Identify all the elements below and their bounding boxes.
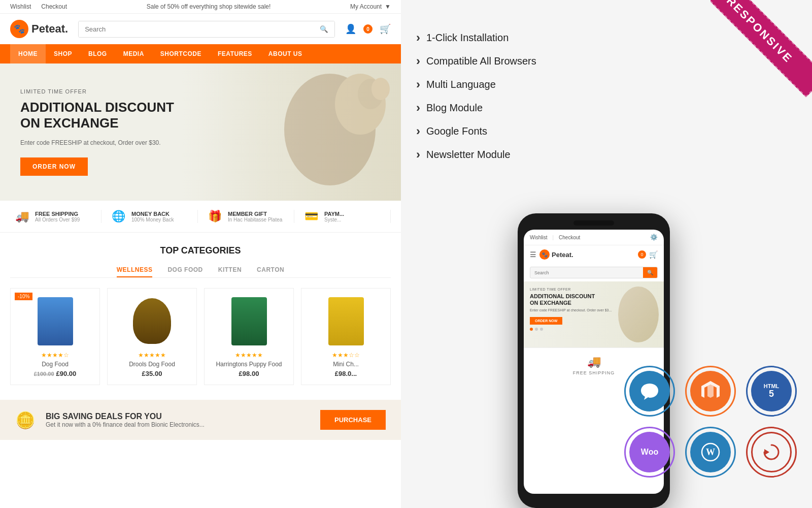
phone-search-input[interactable] (530, 268, 643, 278)
phone-hero-image (618, 287, 659, 342)
hero-description: Enter code FREESHIP at checkout, Order o… (20, 139, 174, 146)
svg-text:W: W (706, 447, 715, 457)
nav-about[interactable]: ABOUT US (260, 44, 311, 64)
tech-icon-wordpress: W (685, 427, 736, 478)
features-list: 1-Click Installation Compatible All Brow… (416, 30, 536, 171)
feature-item-5: Google Fonts (416, 124, 536, 138)
phone-search-button[interactable]: 🔍 (643, 267, 657, 278)
phone-notch (573, 220, 614, 226)
features-strip: 🚚 FREE SHIPPING All Orders Over $99 🌐 MO… (0, 201, 401, 233)
tech-icon-woo: Woo (624, 427, 675, 478)
feature-payment-text: PAYM... Syste... (324, 211, 344, 223)
account-label[interactable]: My Account (350, 3, 382, 10)
category-tabs: WELLNESS DOG FOOD KITTEN CARTON (10, 263, 391, 278)
phone-cart-icon[interactable]: 🛒 (649, 250, 658, 259)
product-price-3: £98.00 (212, 370, 286, 377)
site-logo[interactable]: 🐾 Peteat. (10, 20, 68, 38)
top-bar: Wishlist Checkout Sale of 50% off everyt… (0, 0, 401, 14)
payment-icon: 💳 (304, 210, 318, 223)
magento-svg (701, 381, 720, 401)
product-name-2: Drools Dog Food (115, 361, 189, 368)
phone-logo: 🐾 Peteat. (539, 249, 573, 260)
nav-shop[interactable]: SHOP (46, 44, 80, 64)
moneyback-sub: 100% Money Back (131, 217, 174, 223)
feature-item-1: 1-Click Installation (416, 30, 536, 45)
logo-icon: 🐾 (10, 20, 28, 38)
search-bar[interactable]: 🔍 (78, 21, 335, 38)
feature-shipping-text: FREE SHIPPING All Orders Over $99 (35, 211, 80, 223)
top-bar-links: Wishlist Checkout (10, 3, 67, 10)
product-placeholder-4 (328, 297, 364, 345)
tech-icon-magento (685, 366, 736, 417)
nav-shortcode[interactable]: SHORTCODE (152, 44, 210, 64)
svg-point-3 (371, 78, 390, 100)
dot-2 (535, 328, 538, 331)
woo-label: Woo (641, 447, 658, 457)
refresh-svg (761, 442, 782, 462)
cart-badge: 0 (363, 24, 373, 34)
product-img-4 (309, 296, 383, 346)
product-stars-3: ★★★★★ (212, 352, 286, 359)
feature-item-4: Blog Module (416, 101, 536, 115)
phone-header-left: ☰ 🐾 Peteat. (530, 249, 573, 260)
phone-settings-icon[interactable]: ⚙️ (650, 234, 658, 241)
payment-title: PAYM... (324, 211, 344, 217)
woo-circle: Woo (629, 432, 670, 472)
payment-sub: Syste... (324, 217, 344, 223)
tech-icons-grid: HTML5 Woo W (624, 366, 797, 478)
feature-moneyback-text: MONEY BACK 100% Money Back (131, 211, 174, 223)
search-input[interactable] (79, 21, 314, 37)
gift-icon: 🎁 (208, 210, 222, 223)
hero-banner: LIMITED TIME OFFER ADDITIONAL DISCOUNTON… (0, 64, 401, 201)
phone-topbar: Wishlist | Checkout ⚙️ (524, 230, 664, 245)
promo-text: Sale of 50% off everything shop sitewide… (147, 3, 271, 10)
checkout-link[interactable]: Checkout (41, 3, 67, 10)
phone-hero-button[interactable]: ORDER NOW (530, 317, 562, 325)
product-card-1: -10% ★★★★☆ Dog Food £100.00£90.00 (10, 288, 100, 385)
product-card-2: ★★★★★ Drools Dog Food £35.00 (107, 288, 197, 385)
html5-label: HTML5 (764, 383, 780, 399)
hero-image (181, 64, 401, 201)
feature-gift-text: MEMBER GIFT In Hac Habitasse Platea (228, 211, 282, 223)
nav-media[interactable]: MEDIA (115, 44, 152, 64)
bottom-banner: 🪙 BIG SAVING DEALS FOR YOU Get it now wi… (0, 400, 401, 440)
product-card-4: ★★★☆☆ Mini Ch... £98.0... (301, 288, 391, 385)
user-icon[interactable]: 👤 (345, 23, 356, 35)
header-icons: 👤 0 🛒 (345, 23, 391, 35)
product-placeholder-1 (38, 297, 73, 345)
phone-logo-text: Peteat. (552, 251, 573, 259)
product-img-3 (212, 296, 286, 346)
tab-wellness[interactable]: WELLNESS (117, 263, 153, 277)
tab-dogfood[interactable]: DOG FOOD (167, 263, 202, 277)
phone-header: ☰ 🐾 Peteat. 0 🛒 (524, 245, 664, 264)
hero-title: ADDITIONAL DISCOUNTON EXCHANGE (20, 100, 174, 131)
nav-features[interactable]: FEATURES (210, 44, 260, 64)
phone-menu-icon[interactable]: ☰ (530, 250, 536, 259)
account-area[interactable]: My Account ▼ (350, 3, 391, 10)
site-header: 🐾 Peteat. 🔍 👤 0 🛒 (0, 14, 401, 44)
hero-order-button[interactable]: ORDER NOW (20, 157, 88, 176)
tab-kitten[interactable]: KITTEN (218, 263, 242, 277)
product-placeholder-2 (133, 298, 171, 344)
nav-blog[interactable]: BLOG (80, 44, 115, 64)
wishlist-link[interactable]: Wishlist (10, 3, 31, 10)
responsive-badge-container: RESPONSIVE (710, 0, 812, 102)
tech-icon-refresh (746, 427, 797, 478)
coins-icon: 🪙 (15, 410, 36, 430)
moneyback-title: MONEY BACK (131, 211, 174, 217)
feature-item-6: Newsletter Module (416, 147, 536, 162)
feature-item-3: Multi Language (416, 77, 536, 91)
phone-search[interactable]: 🔍 (530, 267, 658, 278)
phone-hero: LIMITED TIME OFFER ADDITIONAL DISCOUNTON… (524, 281, 664, 347)
nav-home[interactable]: HOME (10, 44, 46, 64)
product-card-3: ★★★★★ Harringtons Puppy Food £98.00 (204, 288, 294, 385)
products-row: -10% ★★★★☆ Dog Food £100.00£90.00 ★★★★★ … (10, 288, 391, 385)
feature-shipping: 🚚 FREE SHIPPING All Orders Over $99 (10, 210, 101, 223)
purchase-button[interactable]: PURCHASE (320, 410, 386, 430)
search-button[interactable]: 🔍 (314, 21, 334, 37)
hero-label: LIMITED TIME OFFER (20, 88, 174, 94)
cart-icon[interactable]: 🛒 (380, 23, 391, 35)
tab-carton[interactable]: CARTON (257, 263, 284, 277)
product-img-2 (115, 296, 189, 346)
banner-title: BIG SAVING DEALS FOR YOU (46, 412, 205, 421)
